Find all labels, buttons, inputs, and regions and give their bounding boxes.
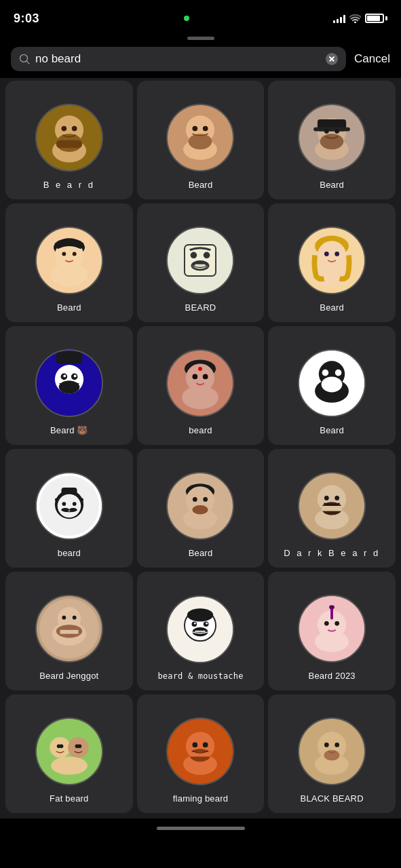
svg-point-96 [187,609,213,622]
svg-point-13 [193,126,198,132]
grid-item[interactable]: B e a r d [5,81,133,199]
svg-point-130 [324,750,340,760]
item-label: Beard 2023 [309,671,356,682]
grid-item[interactable]: Beard [5,203,133,322]
svg-point-67 [58,494,81,518]
avatar [298,226,366,294]
svg-point-77 [204,497,208,502]
svg-point-122 [203,743,208,748]
battery-icon [365,14,387,23]
avatar [298,717,366,785]
svg-point-55 [199,367,203,371]
grid-item[interactable]: Beard [268,326,396,445]
svg-point-82 [324,496,329,500]
svg-rect-34 [195,264,206,266]
avatar [298,472,366,540]
svg-point-76 [193,497,197,502]
svg-point-59 [322,377,343,393]
grid-item[interactable]: Beard Jenggot [5,572,133,690]
svg-point-48 [58,380,79,393]
cancel-button[interactable]: Cancel [354,52,390,66]
svg-rect-102 [195,631,206,632]
svg-rect-93 [60,630,78,634]
svg-point-14 [203,126,208,132]
grid-item[interactable]: Beard 2023 [268,572,396,690]
svg-rect-18 [313,127,350,132]
grid-item[interactable]: D a r k B e a r d [268,449,396,568]
svg-point-27 [62,252,66,256]
svg-point-83 [335,496,339,500]
avatar [35,472,103,540]
avatar [35,349,103,417]
svg-point-54 [203,374,208,380]
svg-point-129 [335,743,339,747]
svg-point-38 [313,263,350,287]
avatar [166,226,234,294]
svg-rect-6 [56,140,82,149]
svg-point-46 [74,375,77,378]
status-bar: 9:03 [0,0,401,33]
grid-item[interactable]: Beard [268,81,396,199]
grid-item[interactable]: beard [137,326,265,445]
wifi-icon [349,14,361,23]
avatar [35,717,103,785]
svg-point-128 [324,743,329,747]
svg-point-61 [335,370,342,376]
avatar [35,595,103,663]
svg-point-22 [335,129,339,134]
item-label: beard [189,425,212,437]
svg-point-21 [324,129,329,134]
item-label: flaming beard [173,793,228,805]
search-clear-button[interactable] [326,53,338,65]
svg-point-121 [193,743,198,748]
avatar [166,104,234,172]
item-label: BLACK BEARD [301,793,364,805]
svg-point-52 [183,386,219,410]
grid-item[interactable]: Fat beard [5,694,133,813]
item-label: Beard [189,548,213,559]
item-label: Beard Jenggot [39,671,98,682]
svg-point-100 [206,623,208,625]
grid-item[interactable]: beard [5,449,133,568]
svg-point-69 [73,502,77,506]
svg-point-99 [194,623,196,625]
avatar [35,104,103,172]
grid-item[interactable]: Beard 🐻 [5,326,133,445]
green-dot [184,16,189,21]
item-label: Beard [189,180,213,191]
grid-item[interactable]: Beard [268,203,396,322]
scroll-indicator [0,33,401,41]
search-input-wrapper[interactable] [11,47,346,71]
item-label: beard & moustache [157,671,243,682]
svg-point-107 [335,621,339,626]
svg-point-31 [191,252,197,259]
home-indicator [0,818,401,835]
svg-rect-47 [56,352,82,363]
svg-point-8 [72,126,77,132]
item-label: BEARD [185,302,216,314]
svg-point-53 [193,374,198,380]
signal-icon [333,14,345,23]
grid-item[interactable]: BEARD [137,203,265,322]
svg-point-116 [77,745,81,749]
status-time: 9:03 [14,12,39,26]
grid-item[interactable]: Beard [137,449,265,568]
avatar [298,104,366,172]
svg-point-20 [320,134,344,149]
grid-item[interactable]: Beard [137,81,265,199]
status-icons [333,14,387,23]
grid-item[interactable]: flaming beard [137,694,265,813]
avatar [298,595,366,663]
item-label: D a r k B e a r d [284,548,380,559]
avatar [166,717,234,785]
svg-rect-109 [329,606,335,610]
svg-rect-85 [322,506,343,511]
svg-point-7 [61,126,66,132]
item-label: Beard [320,302,344,314]
svg-point-68 [62,502,66,506]
item-label: Fat beard [50,793,88,805]
search-input[interactable] [35,52,320,66]
item-label: Beard 🐻 [50,425,88,437]
grid-item[interactable]: BLACK BEARD [268,694,396,813]
grid-item[interactable]: beard & moustache [137,572,265,690]
